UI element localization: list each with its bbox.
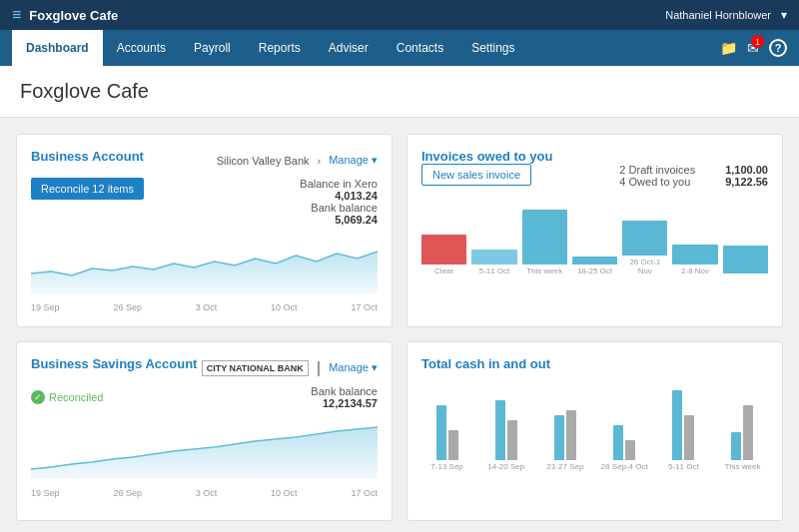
savings-label-1: 19 Sep (31, 488, 60, 498)
business-bank-name: Silicon Valley Bank (217, 155, 310, 167)
cash-group-1: 7-13 Sep (421, 405, 472, 471)
owed-label: 4 Owed to you (619, 176, 690, 188)
savings-account-title: Business Savings Account (31, 356, 197, 371)
draft-invoices-value: 1,100.00 (725, 164, 768, 176)
balance-xero-value: 4,013.24 (300, 190, 378, 202)
invoices-card: Invoices owed to you New sales invoice 2… (406, 134, 783, 327)
business-account-title: Business Account (31, 149, 144, 164)
total-cash-title: Total cash in and out (421, 356, 550, 371)
business-line-chart (31, 234, 378, 293)
bar-label-2: This week (526, 266, 562, 275)
user-dropdown-icon[interactable]: ▾ (781, 8, 787, 22)
draft-invoices-row: 2 Draft invoices 1,100.00 (619, 164, 768, 176)
mail-badge: 1 (751, 35, 764, 48)
cash-group-3: 21-27 Sep (539, 410, 590, 471)
cash-group-4: 28 Sep-4 Oct (599, 425, 650, 471)
main-content: Business Account Silicon Valley Bank › M… (0, 118, 799, 532)
app-brand: ≡ Foxglove Cafe (12, 6, 118, 24)
help-icon[interactable]: ? (769, 39, 787, 57)
nav-payroll[interactable]: Payroll (180, 30, 245, 66)
nav-dashboard[interactable]: Dashboard (12, 30, 103, 66)
chart-label-3: 3 Oct (196, 302, 218, 312)
owed-row: 4 Owed to you 9,122.56 (619, 176, 768, 188)
chart-label-1: 19 Sep (31, 302, 60, 312)
business-balance-row: Reconcile 12 items Balance in Xero 4,013… (31, 178, 378, 226)
invoice-stats: 2 Draft invoices 1,100.00 4 Owed to you … (619, 164, 768, 188)
reconciled-label: Reconciled (49, 391, 103, 403)
savings-status-row: ✓ Reconciled Bank balance 12,2134.57 (31, 385, 378, 409)
owed-value: 9,122.56 (725, 176, 768, 188)
cash-group-5: 5-11 Oct (658, 390, 709, 471)
nav-contacts[interactable]: Contacts (383, 30, 457, 66)
savings-account-card: Business Savings Account CITY NATIONAL B… (16, 341, 393, 521)
cash-label-5: 5-11 Oct (668, 462, 699, 471)
nav-accounts[interactable]: Accounts (103, 30, 180, 66)
check-icon: ✓ (31, 390, 45, 404)
chart-label-4: 10 Oct (271, 302, 298, 312)
invoices-header-row: New sales invoice 2 Draft invoices 1,100… (421, 164, 768, 188)
savings-bank-balance-value: 12,2134.57 (311, 397, 378, 409)
cash-group-6: This week (717, 405, 768, 471)
nav-bar: Dashboard Accounts Payroll Reports Advis… (0, 30, 799, 66)
savings-line-chart (31, 419, 378, 479)
nav-settings[interactable]: Settings (457, 30, 528, 66)
savings-label-2: 26 Sep (113, 488, 142, 498)
cash-label-4: 28 Sep-4 Oct (601, 462, 648, 471)
savings-balance-info: Bank balance 12,2134.57 (311, 385, 378, 409)
page-title: Foxglove Cafe (20, 80, 779, 103)
nav-right: 📁 ✉ 1 ? (720, 39, 787, 57)
cash-bar-chart: 7-13 Sep 14-20 Sep 21-27 Sep (421, 381, 768, 471)
bank-divider: | (317, 359, 321, 377)
bar-label-5: 2-8 Nov (681, 266, 709, 275)
page-header: Foxglove Cafe (0, 66, 799, 118)
savings-label-3: 3 Oct (196, 488, 218, 498)
bar-label-1: 5-11 Oct (479, 266, 510, 275)
chart-label-5: 17 Oct (351, 302, 378, 312)
top-bar-right: Nathaniel Hornblower ▾ (665, 8, 787, 22)
bank-name-arrow: › (318, 155, 322, 167)
bar-label-0: Clear (434, 266, 453, 275)
cash-label-2: 14-20 Sep (487, 462, 524, 471)
bank-balance-value: 5,069.24 (300, 214, 378, 226)
user-name: Nathaniel Hornblower (665, 9, 771, 21)
total-cash-card: Total cash in and out 7-13 Sep 14-20 Sep (406, 341, 783, 521)
business-manage-link[interactable]: Manage ▾ (329, 154, 378, 167)
bar-label-3: 18-25 Oct (577, 266, 612, 275)
reconcile-button[interactable]: Reconcile 12 items (31, 178, 144, 200)
savings-chart-labels: 19 Sep 26 Sep 3 Oct 10 Oct 17 Oct (31, 488, 378, 498)
draft-invoices-label: 2 Draft invoices (619, 164, 695, 176)
savings-label-4: 10 Oct (271, 488, 298, 498)
savings-label-5: 17 Oct (351, 488, 378, 498)
bank-balance-label: Bank balance (300, 202, 378, 214)
nav-items: Dashboard Accounts Payroll Reports Advis… (12, 30, 529, 66)
mail-icon-wrapper: ✉ 1 (747, 40, 759, 56)
reconciled-badge: ✓ Reconciled (31, 390, 103, 404)
business-account-header: Business Account Silicon Valley Bank › M… (31, 149, 378, 172)
balance-xero-label: Balance in Xero (300, 178, 378, 190)
invoices-title: Invoices owed to you (421, 149, 552, 164)
app-name: Foxglove Cafe (29, 8, 118, 23)
savings-bank-balance-label: Bank balance (311, 385, 378, 397)
city-bank-logo: CITY NATIONAL BANK (202, 360, 309, 376)
business-balance-info: Balance in Xero 4,013.24 Bank balance 5,… (300, 178, 378, 226)
new-invoice-button[interactable]: New sales invoice (421, 164, 531, 186)
invoices-bar-chart: Clear 5-11 Oct This week 18-25 Oct 26 Oc… (421, 196, 768, 275)
bar-label-4: 26 Oct-1 Nov (622, 258, 667, 275)
nav-reports[interactable]: Reports (245, 30, 315, 66)
cash-group-2: 14-20 Sep (480, 400, 531, 471)
cash-label-6: This week (724, 462, 760, 471)
savings-account-header: Business Savings Account CITY NATIONAL B… (31, 356, 378, 379)
chart-label-2: 26 Sep (113, 302, 142, 312)
top-bar: ≡ Foxglove Cafe Nathaniel Hornblower ▾ (0, 0, 799, 30)
files-icon[interactable]: 📁 (720, 40, 737, 56)
nav-adviser[interactable]: Adviser (315, 30, 383, 66)
cash-label-1: 7-13 Sep (430, 462, 462, 471)
business-chart-labels: 19 Sep 26 Sep 3 Oct 10 Oct 17 Oct (31, 302, 378, 312)
logo-icon: ≡ (12, 6, 21, 24)
savings-manage-link[interactable]: Manage ▾ (329, 361, 378, 374)
cash-label-3: 21-27 Sep (546, 462, 583, 471)
business-account-card: Business Account Silicon Valley Bank › M… (16, 134, 393, 327)
